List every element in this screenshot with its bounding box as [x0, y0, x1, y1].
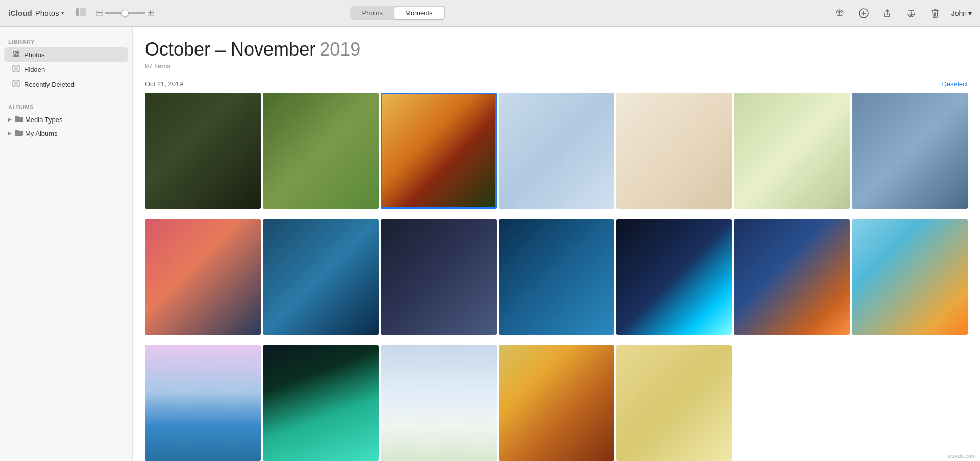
photo-cell[interactable] [263, 93, 379, 209]
brand-icloud: iCloud [8, 9, 32, 17]
photo-cell[interactable] [145, 219, 261, 335]
zoom-control [96, 10, 154, 17]
hidden-icon [12, 65, 20, 74]
library-section-label: Library [0, 35, 132, 47]
sidebar-item-hidden[interactable]: Hidden [4, 62, 128, 77]
date-label-oct21: Oct 21, 2019 [145, 80, 183, 88]
photo-cell[interactable] [381, 345, 497, 461]
svg-rect-5 [150, 10, 151, 15]
media-types-chevron: ▶ [8, 117, 12, 122]
top-actions: John ▾ [832, 6, 972, 21]
app-logo: iCloud Photos ▾ [8, 9, 64, 17]
hidden-label: Hidden [24, 66, 45, 74]
svg-rect-0 [76, 8, 79, 16]
zoom-out-icon [96, 10, 103, 17]
content-header: October – November2019 97 Items [145, 39, 968, 70]
period-title: October – November2019 [145, 39, 968, 60]
my-albums-chevron: ▶ [8, 131, 12, 136]
title-year: 2019 [320, 39, 360, 60]
photo-cell[interactable] [616, 345, 732, 461]
sidebar-item-recently-deleted[interactable]: Recently Deleted [4, 77, 128, 91]
photo-cell[interactable] [499, 219, 615, 335]
moments-view-button[interactable]: Moments [394, 7, 444, 19]
my-albums-label: My Albums [25, 130, 58, 137]
photo-cell[interactable] [616, 219, 732, 335]
add-button[interactable] [856, 6, 871, 20]
photo-cell[interactable] [381, 219, 497, 335]
share-button[interactable] [880, 6, 894, 20]
sidebar-item-photos[interactable]: Photos [4, 47, 128, 62]
media-types-folder-icon [15, 115, 23, 124]
svg-rect-1 [80, 8, 86, 16]
brand-photos: Photos [33, 9, 59, 17]
photo-cell[interactable] [499, 93, 615, 209]
upload-button[interactable] [832, 6, 847, 21]
view-toggle: Photos Moments [350, 6, 445, 20]
photo-cell[interactable] [145, 93, 261, 209]
photo-cell[interactable] [734, 219, 850, 335]
photos-view-button[interactable]: Photos [351, 7, 394, 19]
photo-grid-row3 [145, 345, 968, 461]
photo-cell[interactable] [381, 93, 497, 209]
user-chevron: ▾ [968, 9, 972, 17]
brand-chevron: ▾ [61, 10, 64, 16]
date-section-oct21: Oct 21, 2019 Deselect [145, 80, 968, 209]
recently-deleted-icon [12, 80, 20, 89]
user-name: John [951, 9, 967, 17]
photo-cell[interactable] [145, 345, 261, 461]
zoom-in-icon [148, 10, 154, 17]
my-albums-folder-icon [15, 129, 23, 137]
date-label-row: Oct 21, 2019 Deselect [145, 80, 968, 88]
media-types-label: Media Types [25, 116, 62, 124]
zoom-slider[interactable] [105, 12, 145, 14]
photo-grid-row2 [145, 219, 968, 335]
deselect-button[interactable]: Deselect [942, 80, 968, 88]
recently-deleted-label: Recently Deleted [24, 81, 75, 88]
title-months: October – November [145, 39, 315, 60]
svg-rect-2 [97, 12, 102, 13]
photo-cell[interactable] [499, 345, 615, 461]
photos-label: Photos [24, 51, 44, 59]
photo-grid-oct21 [145, 93, 968, 209]
content-area: October – November2019 97 Items Oct 21, … [133, 27, 980, 461]
sidebar-group-my-albums[interactable]: ▶ My Albums [4, 127, 128, 140]
photos-icon [12, 50, 20, 59]
sidebar-group-media-types[interactable]: ▶ Media Types [4, 113, 128, 126]
main-layout: Library Photos Hidden Recently Deleted A… [0, 27, 980, 461]
date-section-row3 [145, 345, 968, 461]
download-button[interactable] [903, 6, 919, 21]
user-menu[interactable]: John ▾ [951, 9, 972, 17]
photo-cell[interactable] [734, 93, 850, 209]
sidebar: Library Photos Hidden Recently Deleted A… [0, 27, 133, 461]
topbar: iCloud Photos ▾ Photos Moments [0, 0, 980, 27]
watermark: wsxdn.com [948, 453, 976, 459]
sidebar-toggle-button[interactable] [74, 6, 88, 20]
item-count: 97 Items [145, 62, 968, 70]
photo-cell[interactable] [852, 93, 968, 209]
photo-cell[interactable] [616, 93, 732, 209]
photo-cell[interactable] [263, 219, 379, 335]
delete-button[interactable] [928, 6, 942, 21]
date-section-row2 [145, 219, 968, 335]
albums-section-label: Albums [0, 100, 132, 112]
photo-cell[interactable] [263, 345, 379, 461]
photo-cell[interactable] [852, 219, 968, 335]
